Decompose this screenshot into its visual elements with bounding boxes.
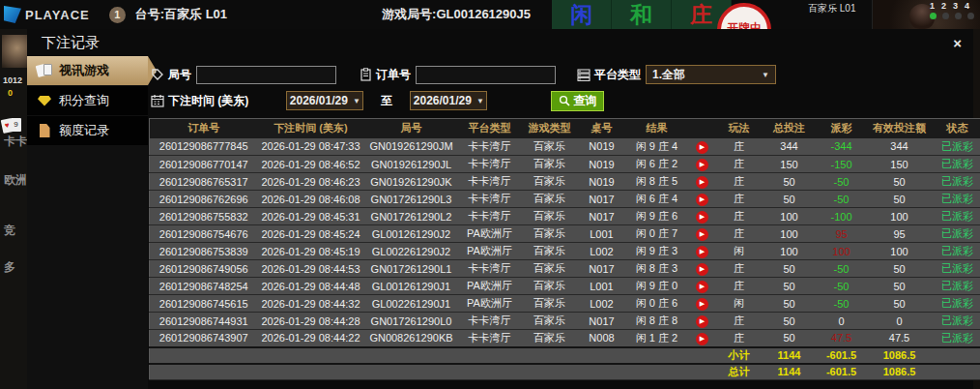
cell-platform: 卡卡湾厅 <box>459 260 521 278</box>
cell-time: 2026-01-29 08:45:24 <box>258 225 364 243</box>
cell-status: 已派彩 <box>933 191 980 208</box>
lobby-item-europe: 欧洲 <box>4 172 27 189</box>
cell-time: 2026-01-29 08:46:08 <box>258 191 364 208</box>
cell-round: GN017261290L1 <box>364 260 459 278</box>
cell-table: N017 <box>579 208 625 225</box>
cell-status: 已派彩 <box>933 138 980 156</box>
shoe-numbers: 1234 <box>930 1 974 11</box>
shoe-dots <box>930 13 974 19</box>
cell-order: 260129086745615 <box>150 295 258 313</box>
search-button[interactable]: 查询 <box>551 91 604 111</box>
cell-order: 260129086748254 <box>150 278 258 295</box>
order-number-label: 订单号 <box>376 67 411 83</box>
cell-time: 2026-01-29 08:44:53 <box>258 260 364 278</box>
cell-payout: -50 <box>817 260 867 278</box>
cell-status: 已派彩 <box>933 208 980 225</box>
cell-replay: ▶ <box>689 260 716 278</box>
chevron-down-icon: ▼ <box>762 71 769 79</box>
cell-time: 2026-01-29 08:44:48 <box>258 278 364 295</box>
total-label: 小计 <box>716 347 763 364</box>
shoe-number: 2 <box>941 1 946 11</box>
cell-order: 260129086749056 <box>150 260 258 278</box>
bet-time-label: 下注时间 (美东) <box>168 93 248 109</box>
cell-platform: 卡卡湾厅 <box>459 313 521 330</box>
cell-replay: ▶ <box>689 295 716 313</box>
column-header: 结果 <box>625 119 689 138</box>
sidebar-tab-0[interactable]: 视讯游戏 <box>27 56 148 85</box>
cell-replay: ▶ <box>689 156 716 173</box>
cell-result: 闲 1 庄 2 <box>625 330 689 347</box>
cell-platform: 卡卡湾厅 <box>459 330 521 347</box>
table-row: 2601290867482542026-01-29 08:44:48GL0012… <box>150 278 980 295</box>
shoe-dot <box>930 13 937 19</box>
shoe-number: 1 <box>930 1 935 11</box>
clipboard-icon <box>360 68 372 81</box>
cell-total: 150 <box>763 156 817 173</box>
shoe-number: 4 <box>965 1 969 11</box>
cell-playtype: 庄 <box>716 208 763 225</box>
cell-status: 已派彩 <box>933 243 980 260</box>
sidebar-tab-1[interactable]: 积分查询 <box>27 86 148 115</box>
cell-result: 闲 9 庄 3 <box>625 243 689 260</box>
replay-button[interactable]: ▶ <box>696 281 708 293</box>
cell-platform: PA欧洲厅 <box>459 243 521 260</box>
cell-game: 百家乐 <box>521 191 579 208</box>
cell-playtype: 庄 <box>716 191 763 208</box>
dealer-video: 1234 <box>872 0 980 29</box>
cell-platform: 卡卡湾厅 <box>459 156 521 173</box>
date-from-select[interactable]: 2026/01/29 ▼ <box>286 91 363 110</box>
replay-button[interactable]: ▶ <box>696 315 708 328</box>
cell-order: 260129086770147 <box>150 156 258 173</box>
cell-status: 已派彩 <box>933 156 980 173</box>
date-to-select[interactable]: 2026/01/29 ▼ <box>410 91 487 110</box>
round-number-label: 局号 <box>168 67 191 83</box>
cell-result: 闲 8 庄 8 <box>625 313 689 330</box>
valid-bet-sum: 1086.5 <box>867 364 933 380</box>
table-row: 2601290867778452026-01-29 08:47:33GN0192… <box>150 138 980 156</box>
cell-replay: ▶ <box>689 173 716 191</box>
lobby-item-jing: 竞 <box>4 223 15 239</box>
table-row: 2601290867449312026-01-29 08:44:28GN0172… <box>150 313 980 330</box>
replay-button[interactable]: ▶ <box>696 333 708 345</box>
cell-game: 百家乐 <box>521 313 579 330</box>
replay-button[interactable]: ▶ <box>696 141 708 154</box>
cell-time: 2026-01-29 08:44:32 <box>258 295 364 313</box>
replay-button[interactable]: ▶ <box>696 159 708 171</box>
cell-status: 已派彩 <box>933 278 980 295</box>
table-row: 2601290867558322026-01-29 08:45:31GN0172… <box>150 208 980 225</box>
cell-platform: PA欧洲厅 <box>459 225 521 243</box>
cell-game: 百家乐 <box>521 173 579 191</box>
replay-button[interactable]: ▶ <box>696 176 708 189</box>
seat-number-badge: 1 <box>109 7 126 23</box>
cell-table: N017 <box>579 191 625 208</box>
cell-table: L002 <box>579 243 625 260</box>
close-icon[interactable]: × <box>953 36 962 50</box>
cell-platform: PA欧洲厅 <box>459 295 521 313</box>
topbar: PLAYACE 1 台号:百家乐 L01 游戏局号:GL001261290J5 … <box>0 0 980 29</box>
bet-zone-1: 和 <box>612 0 672 29</box>
replay-button[interactable]: ▶ <box>696 211 708 224</box>
cell-status: 已派彩 <box>933 295 980 313</box>
bet-zone-0: 闲 <box>552 0 612 29</box>
column-header: 总投注 <box>763 119 817 138</box>
order-number-input[interactable] <box>416 66 556 84</box>
platform-type-select[interactable]: 1.全部 ▼ <box>646 65 776 84</box>
replay-button[interactable]: ▶ <box>696 194 708 206</box>
replay-button[interactable]: ▶ <box>696 298 708 311</box>
cell-total: 50 <box>763 173 817 191</box>
cell-replay: ▶ <box>689 313 716 330</box>
replay-button[interactable]: ▶ <box>696 263 708 276</box>
cell-table: N019 <box>579 138 625 156</box>
replay-button[interactable]: ▶ <box>696 246 708 258</box>
cell-table: N017 <box>579 260 625 278</box>
search-icon <box>559 95 570 106</box>
cell-round: GL001261290J2 <box>364 225 459 243</box>
cell-total: 50 <box>763 295 817 313</box>
platform-list-icon <box>577 69 591 81</box>
sidebar-tab-2[interactable]: 额度记录 <box>27 116 148 145</box>
replay-button[interactable]: ▶ <box>696 228 708 241</box>
platform-type-value: 1.全部 <box>652 67 685 83</box>
cell-round: GN019261290JM <box>364 138 459 156</box>
cell-round: GN017261290L2 <box>364 208 459 225</box>
round-number-input[interactable] <box>196 66 336 84</box>
